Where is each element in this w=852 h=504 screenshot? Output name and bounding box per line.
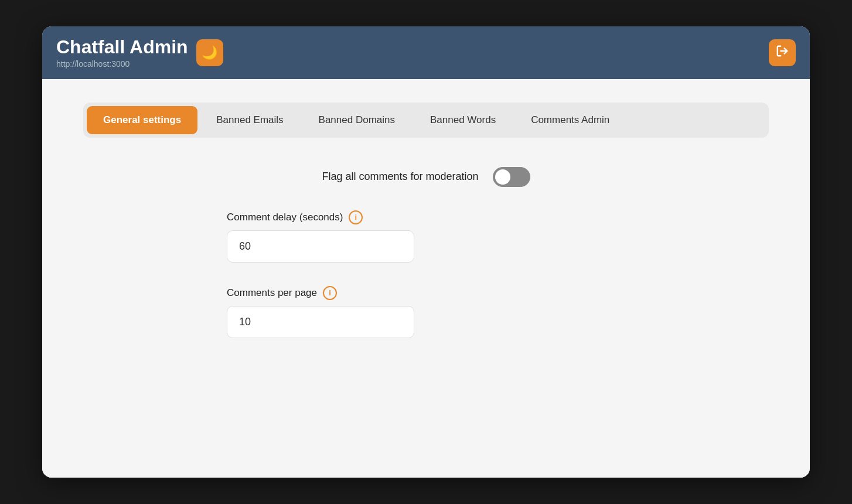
app-title: Chatfall Admin (56, 37, 188, 57)
tab-banned-words[interactable]: Banned Words (414, 106, 512, 134)
theme-toggle-button[interactable]: 🌙 (196, 39, 223, 66)
tab-banned-emails[interactable]: Banned Emails (200, 106, 299, 134)
comment-delay-label-row: Comment delay (seconds) i (227, 210, 625, 224)
flag-moderation-label: Flag all comments for moderation (322, 171, 478, 183)
comments-per-page-group: Comments per page i (227, 286, 625, 338)
comments-per-page-label-row: Comments per page i (227, 286, 625, 300)
comments-per-page-input[interactable] (227, 306, 414, 338)
moon-icon: 🌙 (202, 45, 217, 60)
toggle-thumb (495, 169, 510, 185)
tab-banned-domains[interactable]: Banned Domains (302, 106, 411, 134)
flag-moderation-row: Flag all comments for moderation (227, 167, 625, 187)
main-content: General settings Banned Emails Banned Do… (42, 79, 810, 478)
settings-body: Flag all comments for moderation Comment… (83, 167, 769, 338)
tab-general-settings[interactable]: General settings (87, 106, 197, 134)
comment-delay-input[interactable] (227, 230, 414, 263)
comment-delay-info-icon[interactable]: i (349, 210, 363, 224)
app-window: Chatfall Admin http://localhost:3000 🌙 G… (42, 26, 810, 477)
comments-per-page-info-icon[interactable]: i (323, 286, 337, 300)
tab-comments-admin[interactable]: Comments Admin (514, 106, 626, 134)
logout-button[interactable] (769, 39, 796, 66)
tabs-bar: General settings Banned Emails Banned Do… (83, 103, 769, 138)
header-left: Chatfall Admin http://localhost:3000 🌙 (56, 37, 223, 68)
comment-delay-label: Comment delay (seconds) (227, 212, 343, 223)
header-title-group: Chatfall Admin http://localhost:3000 (56, 37, 188, 68)
logout-icon (776, 45, 789, 61)
header: Chatfall Admin http://localhost:3000 🌙 (42, 26, 810, 79)
toggle-track (493, 167, 530, 187)
comments-per-page-label: Comments per page (227, 287, 317, 299)
comment-delay-group: Comment delay (seconds) i (227, 210, 625, 263)
flag-moderation-toggle[interactable] (493, 167, 530, 187)
app-subtitle: http://localhost:3000 (56, 59, 188, 69)
